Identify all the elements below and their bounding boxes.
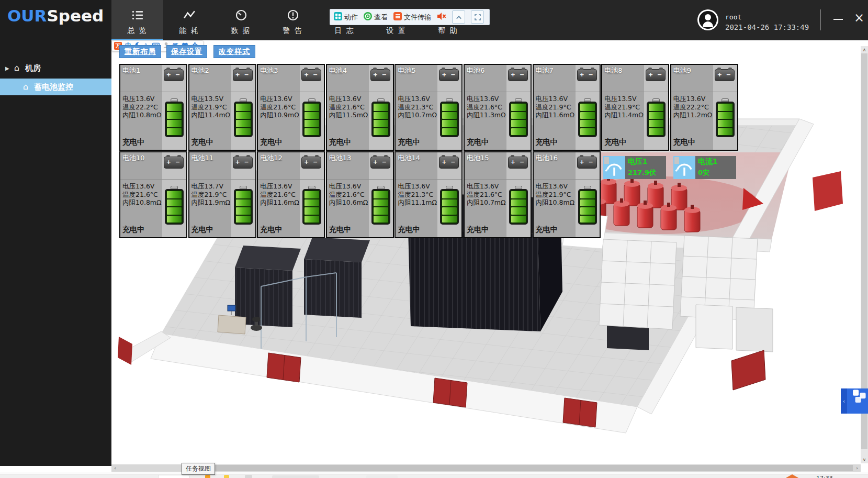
battery-card[interactable]: 电池15 + − 电压13.6V 温度21.6°C 内阻10.7mΩ 充电中 [464, 151, 532, 238]
todesk-widget[interactable]: ‹ ToDesk [841, 388, 868, 414]
battery-temperature: 温度21.9°C [536, 191, 577, 199]
battery-card[interactable]: 电池9 + − 电压13.6V 温度22.2°C 内阻11.2mΩ 充电中 [670, 64, 738, 151]
remote-actions-menu[interactable]: 动作 [334, 12, 358, 22]
battery-card[interactable]: 电池10 + − 电压13.6V 温度21.6°C 内阻10.8mΩ 充电中 [119, 151, 187, 238]
scroll-down-arrow[interactable]: ∨ [861, 456, 868, 463]
sidebar-item-battery-monitoring[interactable]: ⌂ 蓄电池监控 [0, 79, 111, 95]
battery-card[interactable]: 电池5 + − 电压13.6V 温度21.3°C 内阻10.7mΩ 充电中 [394, 64, 463, 151]
muted-speaker-icon[interactable] [437, 12, 446, 23]
battery-status: 充电中 [536, 138, 558, 147]
battery-level-icon [509, 98, 528, 137]
screen: { "sidebar": { "logo_part1": "OUR", "log… [0, 0, 868, 478]
battery-resistance: 内阻11.1mΩ [398, 198, 438, 207]
battery-terminal-icon: + − [370, 69, 390, 81]
battery-temperature: 温度21.6°C [260, 191, 301, 199]
battery-card[interactable]: 电池2 + − 电压13.5V 温度21.9°C 内阻11.4mΩ 充电中 [188, 64, 256, 151]
battery-status: 充电中 [122, 138, 144, 147]
battery-terminal-icon: + − [508, 157, 528, 169]
battery-temperature: 温度21.3°C [398, 103, 438, 112]
battery-temperature: 温度21.9°C [191, 191, 232, 199]
battery-level-icon [647, 98, 666, 137]
battery-voltage: 电压13.6V [467, 182, 508, 191]
sidebar-item-label: 机房 [25, 60, 41, 76]
fullscreen-button[interactable] [471, 10, 484, 24]
battery-voltage: 电压13.5V [604, 95, 645, 103]
battery-info: 电压13.6V 温度21.3°C 内阻10.7mΩ [398, 95, 438, 119]
scroll-left-arrow[interactable]: ‹ [111, 464, 119, 472]
battery-voltage: 电压13.6V [122, 182, 163, 191]
battery-temperature: 温度21.6°C [122, 191, 163, 199]
battery-status: 充电中 [260, 225, 282, 235]
red-wall-panel [813, 171, 843, 211]
battery-status: 充电中 [673, 138, 695, 147]
expand-triangle-icon[interactable]: ▶ [5, 61, 9, 76]
battery-card[interactable]: 电池6 + − 电压13.6V 温度21.6°C 内阻11.3mΩ 充电中 [464, 64, 532, 151]
battery-temperature: 温度21.9°C [604, 103, 645, 112]
battery-card-title: 电池13 [329, 153, 352, 163]
meter-name: 电流1 [698, 157, 734, 166]
collapse-toolbar-button[interactable] [452, 10, 465, 24]
horizontal-scrollbar-thumb[interactable] [199, 465, 853, 471]
battery-card[interactable]: 电池3 + − 电压13.6V 温度21.6°C 内阻10.9mΩ 充电中 [257, 64, 325, 151]
remote-file-transfer-menu[interactable]: 文件传输 [393, 12, 431, 22]
save-settings-button[interactable]: 保存设置 [166, 45, 207, 58]
todesk-collapse-arrow[interactable]: ‹ [841, 388, 847, 414]
battery-card[interactable]: 电池7 + − 电压13.6V 温度21.9°C 内阻11.6mΩ 充电中 [533, 64, 601, 151]
battery-resistance: 内阻10.7mΩ [467, 198, 508, 207]
remote-view-menu[interactable]: 查看 [364, 12, 388, 22]
tab-label: 警 告 [267, 26, 319, 36]
battery-card[interactable]: 电池14 + − 电压13.6V 温度21.3°C 内阻11.1mΩ 充电中 [394, 151, 463, 238]
taskbar-sliver[interactable]: 17:33 [0, 474, 868, 478]
battery-card[interactable]: 电池16 + − 电压13.6V 温度21.9°C 内阻10.8mΩ 充电中 [533, 151, 601, 238]
meter-gauge-icon [603, 156, 625, 179]
battery-resistance: 内阻11.3mΩ [467, 111, 508, 119]
battery-info: 电压13.6V 温度21.6°C 内阻11.6mΩ [260, 182, 301, 207]
top-navigation-bar: 总 览 能 耗 数 据 警 告 日 志 设 置 帮 助 [111, 0, 868, 40]
battery-card-title: 电池3 [260, 66, 278, 75]
app-logo: OURSpeed [7, 6, 104, 25]
relayout-button[interactable]: 重新布局 [119, 45, 161, 58]
close-button[interactable]: × [852, 9, 866, 26]
current-meter-card[interactable]: 电流1 0安 [673, 156, 736, 179]
battery-resistance: 内阻11.6mΩ [536, 111, 577, 119]
sidebar-item-machine-room[interactable]: ▶ ⌂ 机房 [0, 60, 111, 76]
battery-status: 充电中 [122, 225, 144, 235]
active-tab-underline [111, 39, 163, 40]
list-icon [132, 9, 143, 23]
view-icon [364, 12, 372, 22]
battery-voltage: 电压13.6V [260, 182, 301, 191]
tab-data[interactable]: 数 据 [215, 0, 267, 40]
battery-info: 电压13.5V 温度21.9°C 内阻11.4mΩ [191, 95, 232, 119]
actions-icon [334, 12, 342, 22]
change-style-button[interactable]: 改变样式 [213, 45, 255, 58]
user-avatar[interactable] [697, 9, 718, 30]
bottom-strip: 17:33 [0, 472, 868, 478]
battery-resistance: 内阻10.9mΩ [260, 111, 301, 119]
battery-card[interactable]: 电池13 + − 电压13.6V 温度21.6°C 内阻10.6mΩ 充电中 [326, 151, 394, 238]
voltage-meter-card[interactable]: 电压1 217.9伏 [603, 156, 666, 179]
remote-desktop-toolbar: 动作 查看 文件传输 [330, 9, 490, 25]
battery-resistance: 内阻10.8mΩ [122, 111, 163, 119]
battery-card[interactable]: 电池8 + − 电压13.5V 温度21.9°C 内阻11.4mΩ 充电中 [601, 64, 669, 151]
battery-card-title: 电池7 [536, 66, 554, 75]
battery-temperature: 温度21.6°C [467, 191, 508, 199]
tab-overview[interactable]: 总 览 [111, 0, 163, 40]
tab-energy[interactable]: 能 耗 [163, 0, 215, 40]
scroll-right-arrow[interactable]: › [853, 464, 861, 472]
minimize-button[interactable] [831, 13, 846, 25]
avatar-person-icon [699, 11, 717, 29]
battery-card[interactable]: 电池11 + − 电压13.7V 温度21.9°C 内阻11.9mΩ 充电中 [188, 151, 256, 238]
horizontal-scrollbar[interactable]: ‹ › [111, 464, 861, 472]
tab-label: 数 据 [215, 26, 267, 36]
battery-card[interactable]: 电池12 + − 电压13.6V 温度21.6°C 内阻11.6mΩ 充电中 [257, 151, 325, 238]
battery-card[interactable]: 电池1 + − 电压13.6V 温度22.2°C 内阻10.8mΩ 充电中 [119, 64, 187, 151]
battery-card[interactable]: 电池4 + − 电压13.6V 温度21.6°C 内阻11.5mΩ 充电中 [326, 64, 394, 151]
main-content: 重新布局 保存设置 改变样式 电池1 + − 电压13.6V 温度22.2°C … [111, 40, 868, 464]
tab-alerts[interactable]: 警 告 [267, 0, 319, 40]
meter-gauge-icon [673, 156, 695, 179]
battery-terminal-icon: + − [439, 157, 459, 169]
battery-info: 电压13.6V 温度21.6°C 内阻10.8mΩ [122, 182, 163, 207]
scroll-up-arrow[interactable]: ∧ [861, 46, 868, 53]
battery-status: 充电中 [536, 225, 558, 235]
logo-part-white: Speed [47, 6, 104, 25]
